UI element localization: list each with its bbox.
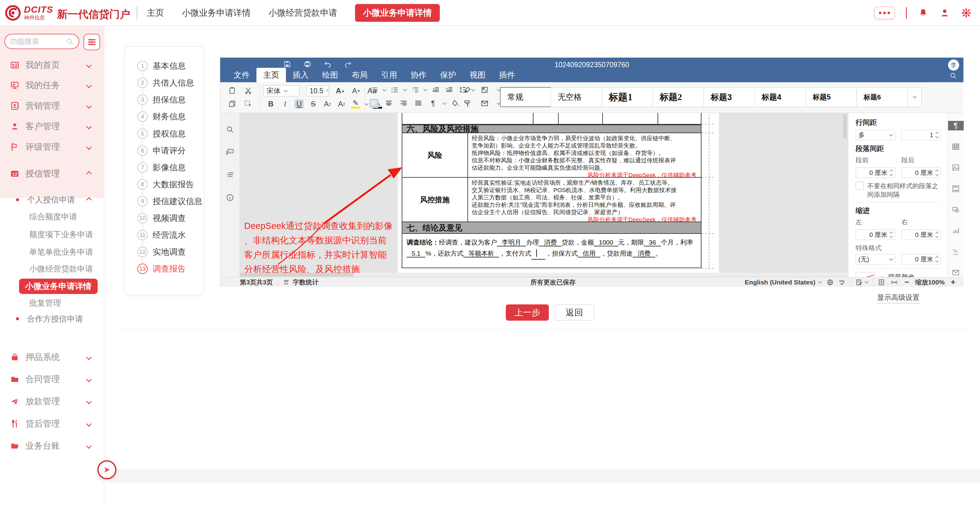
superscript-icon[interactable]: A2	[323, 100, 332, 109]
advanced-settings-link[interactable]: 显示高级设置	[877, 293, 920, 303]
header-footer-panel-icon[interactable]	[948, 184, 964, 194]
navigation-outline-icon[interactable]	[226, 171, 234, 179]
sidebar-item-marketing[interactable]: 营销管理	[0, 95, 104, 116]
image-panel-icon[interactable]	[948, 163, 964, 172]
fit-width-icon[interactable]	[891, 279, 898, 286]
info-icon[interactable]	[226, 194, 234, 202]
step-scoring[interactable]: 6申请评分	[125, 142, 205, 159]
align-right-icon[interactable]	[399, 99, 408, 108]
step-bigdata-report[interactable]: 8大数据报告	[125, 176, 205, 193]
step-credit-suggestion[interactable]: 9授信建议信息	[125, 193, 205, 209]
sidebar-item-credit-mgmt[interactable]: 授信管理	[0, 163, 104, 184]
indent-left-stepper[interactable]: 0 厘米	[856, 230, 895, 240]
paragraph-panel-icon[interactable]: ¶	[948, 121, 964, 130]
subscript-icon[interactable]: A2	[337, 100, 346, 109]
paste-icon[interactable]	[228, 86, 237, 95]
canvas-horizontal-scrollbar[interactable]	[240, 273, 848, 276]
menu-home[interactable]: 主页	[256, 68, 286, 82]
step-basic-info[interactable]: 1基本信息	[125, 57, 205, 74]
spacing-before-stepper[interactable]: 0 厘米	[856, 168, 895, 178]
step-coborrower[interactable]: 2共借人信息	[125, 74, 205, 91]
tab-micro-loan-apply[interactable]: 小微经营贷款申请	[269, 7, 337, 19]
style-heading4[interactable]: 标题4	[755, 87, 806, 107]
clear-format-icon[interactable]	[463, 85, 472, 95]
step-video-survey[interactable]: 10视频调查	[125, 209, 205, 227]
step-business-flow[interactable]: 11经营流水	[125, 227, 205, 243]
same-style-spacing-checkbox[interactable]: 不要在相同样式的段落之间添加间隔	[856, 182, 941, 199]
sidebar-leaf-micro-loan-apply[interactable]: 小微经营贷款申请	[29, 263, 93, 274]
comments-icon[interactable]	[226, 148, 234, 157]
fit-page-icon[interactable]	[878, 279, 885, 286]
style-normal[interactable]: 常规	[500, 87, 551, 107]
spacing-after-stepper[interactable]: 0 厘米	[901, 168, 941, 178]
find-icon[interactable]	[226, 125, 234, 134]
step-survey-report-active[interactable]: 13调查报告	[125, 260, 205, 277]
editor-search-icon[interactable]	[949, 72, 957, 80]
globe-icon[interactable]	[827, 279, 834, 286]
zoom-out-button[interactable]: −	[904, 278, 909, 287]
step-guarantee[interactable]: 3担保信息	[125, 91, 205, 108]
zoom-level[interactable]: 缩放100%	[915, 278, 945, 287]
mailmerge-panel-icon[interactable]	[948, 268, 964, 277]
step-field-survey[interactable]: 12实地调查	[125, 243, 205, 260]
multilevel-list-icon[interactable]: 1i	[410, 85, 420, 95]
style-heading5[interactable]: 标题5	[806, 87, 857, 107]
menu-references[interactable]: 引用	[374, 68, 404, 82]
sidebar-item-disbursement[interactable]: 放款管理	[0, 391, 104, 412]
bold-icon[interactable]: B	[266, 100, 275, 109]
text-art-panel-icon[interactable]: Ta	[948, 247, 964, 256]
bullet-list-icon[interactable]	[369, 85, 379, 95]
grow-font-icon[interactable]: A▲	[336, 86, 345, 95]
table-panel-icon[interactable]	[948, 142, 964, 151]
numbered-list-icon[interactable]: 123	[390, 85, 399, 95]
underline-icon[interactable]: U	[294, 100, 304, 109]
tab-micro-detail-1[interactable]: 小微业务申请详情	[182, 7, 251, 19]
sidebar-group-partner-credit[interactable]: 合作方授信申请	[0, 311, 104, 327]
sidebar-leaf-comprehensive-quota[interactable]: 综合额度申请	[29, 211, 77, 222]
shading-box-icon[interactable]	[480, 85, 489, 95]
conclusion-cell[interactable]: 调查结论：经调查，建议为客户李明月办理消费贷款，金额1000元，期限36个月，利…	[402, 233, 702, 268]
sidebar-item-customers[interactable]: 客户管理	[0, 116, 104, 137]
select-icon[interactable]	[243, 100, 253, 109]
more-actions-button[interactable]	[874, 6, 895, 19]
assistant-float-button[interactable]	[97, 460, 116, 479]
style-heading1[interactable]: 标题1	[602, 87, 653, 107]
style-heading2[interactable]: 标题2	[653, 87, 704, 107]
user-profile-icon[interactable]	[939, 8, 950, 18]
menu-draw[interactable]: 绘图	[315, 68, 345, 82]
style-heading6[interactable]: 标题6	[857, 87, 908, 107]
language-selector[interactable]: English (United States)	[745, 279, 815, 286]
sidebar-leaf-single-batch[interactable]: 单笔单批业务申请	[29, 247, 93, 257]
menu-collaboration[interactable]: 协作	[404, 68, 433, 82]
justify-icon[interactable]	[414, 99, 423, 108]
settings-gear-icon[interactable]	[961, 8, 971, 18]
sidebar-leaf-under-quota[interactable]: 额度项下业务申请	[29, 229, 93, 240]
italic-icon[interactable]: I	[280, 100, 290, 109]
strikethrough-icon[interactable]: S	[309, 100, 318, 109]
sidebar-item-contracts[interactable]: 合同管理	[0, 369, 104, 390]
line-spacing-value-stepper[interactable]: 1	[901, 130, 941, 140]
paragraph-marks-icon[interactable]: ¶	[428, 99, 438, 108]
chart-panel-icon[interactable]	[948, 226, 964, 235]
sidebar-group-personal-credit[interactable]: 个人授信申请	[0, 192, 104, 208]
special-format-stepper[interactable]: 0 厘米	[901, 254, 941, 265]
menu-file[interactable]: 文件	[227, 68, 256, 82]
spellcheck-icon[interactable]: ABC	[839, 279, 846, 286]
increase-indent-icon[interactable]	[445, 85, 454, 95]
align-left-icon[interactable]	[369, 99, 379, 108]
track-changes-icon[interactable]	[856, 279, 863, 286]
copy-icon[interactable]	[228, 100, 237, 109]
line-spacing-mode-select[interactable]: 多	[856, 130, 895, 140]
sidebar-item-my-tasks[interactable]: 我的任务	[0, 75, 104, 96]
step-finance[interactable]: 4财务信息	[125, 108, 205, 125]
cut-icon[interactable]	[243, 86, 253, 95]
sidebar-leaf-micro-detail-active[interactable]: 小微业务申请详情	[19, 279, 98, 294]
sidebar-search[interactable]	[4, 34, 79, 49]
menu-protect[interactable]: 保护	[433, 68, 463, 82]
menu-view[interactable]: 视图	[463, 68, 492, 82]
sidebar-item-my-home[interactable]: 我的首页	[0, 55, 104, 76]
font-size-select[interactable]: 10.5	[306, 85, 329, 96]
style-no-spacing[interactable]: 无空格	[551, 87, 602, 107]
shapes-panel-icon[interactable]	[948, 205, 964, 214]
sidebar-item-rating[interactable]: 评级管理	[0, 136, 104, 157]
